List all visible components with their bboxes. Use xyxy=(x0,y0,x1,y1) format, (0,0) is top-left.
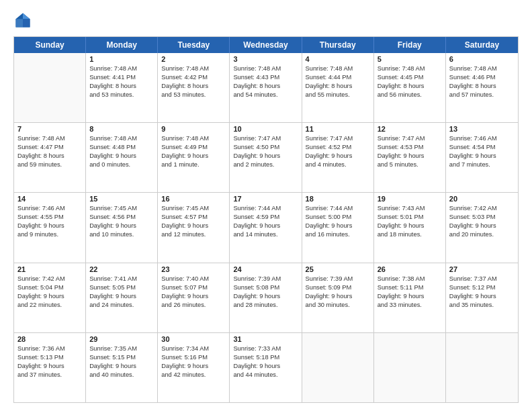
calendar-cell: 3Sunrise: 7:48 AMSunset: 4:43 PMDaylight… xyxy=(230,53,302,122)
day-info: Sunrise: 7:35 AMSunset: 5:15 PMDaylight:… xyxy=(89,345,154,379)
day-info: Sunrise: 7:41 AMSunset: 5:05 PMDaylight:… xyxy=(89,275,154,310)
day-info: Sunrise: 7:48 AMSunset: 4:48 PMDaylight:… xyxy=(89,134,154,169)
day-number: 20 xyxy=(449,195,515,203)
day-number: 17 xyxy=(233,195,298,203)
logo xyxy=(13,11,35,30)
day-info: Sunrise: 7:48 AMSunset: 4:46 PMDaylight:… xyxy=(449,64,515,99)
calendar-cell: 7Sunrise: 7:48 AMSunset: 4:47 PMDaylight… xyxy=(14,123,86,192)
calendar-cell: 30Sunrise: 7:34 AMSunset: 5:16 PMDayligh… xyxy=(158,333,230,402)
calendar-row: 14Sunrise: 7:46 AMSunset: 4:55 PMDayligh… xyxy=(14,193,518,263)
day-number: 4 xyxy=(306,55,370,63)
day-number: 18 xyxy=(306,195,370,203)
svg-marker-2 xyxy=(23,19,30,27)
day-info: Sunrise: 7:45 AMSunset: 4:57 PMDaylight:… xyxy=(161,204,226,239)
calendar-cell: 27Sunrise: 7:37 AMSunset: 5:12 PMDayligh… xyxy=(446,263,518,332)
day-info: Sunrise: 7:46 AMSunset: 4:55 PMDaylight:… xyxy=(17,204,82,239)
day-number: 24 xyxy=(233,265,298,273)
day-info: Sunrise: 7:46 AMSunset: 4:54 PMDaylight:… xyxy=(449,134,515,169)
calendar-cell: 14Sunrise: 7:46 AMSunset: 4:55 PMDayligh… xyxy=(14,193,86,262)
day-info: Sunrise: 7:39 AMSunset: 5:09 PMDaylight:… xyxy=(306,275,370,310)
calendar-header-cell: Monday xyxy=(86,37,158,53)
calendar-header-cell: Tuesday xyxy=(158,37,230,53)
day-number: 1 xyxy=(89,55,154,63)
day-info: Sunrise: 7:38 AMSunset: 5:11 PMDaylight:… xyxy=(378,275,442,310)
day-number: 9 xyxy=(161,125,226,133)
page: SundayMondayTuesdayWednesdayThursdayFrid… xyxy=(0,0,532,411)
calendar-cell: 8Sunrise: 7:48 AMSunset: 4:48 PMDaylight… xyxy=(86,123,158,192)
calendar-header-cell: Sunday xyxy=(14,37,86,53)
calendar-cell: 11Sunrise: 7:47 AMSunset: 4:52 PMDayligh… xyxy=(302,123,374,192)
day-info: Sunrise: 7:47 AMSunset: 4:53 PMDaylight:… xyxy=(378,134,442,169)
calendar-header-cell: Friday xyxy=(374,37,446,53)
header xyxy=(13,11,519,30)
calendar-cell: 5Sunrise: 7:48 AMSunset: 4:45 PMDaylight… xyxy=(374,53,446,122)
calendar-cell: 26Sunrise: 7:38 AMSunset: 5:11 PMDayligh… xyxy=(374,263,446,332)
calendar-cell: 24Sunrise: 7:39 AMSunset: 5:08 PMDayligh… xyxy=(230,263,302,332)
day-info: Sunrise: 7:42 AMSunset: 5:03 PMDaylight:… xyxy=(449,204,515,239)
day-info: Sunrise: 7:44 AMSunset: 5:00 PMDaylight:… xyxy=(306,204,370,239)
calendar-header-cell: Wednesday xyxy=(230,37,302,53)
calendar-cell: 6Sunrise: 7:48 AMSunset: 4:46 PMDaylight… xyxy=(446,53,518,122)
day-number: 3 xyxy=(233,55,298,63)
calendar-row: 1Sunrise: 7:48 AMSunset: 4:41 PMDaylight… xyxy=(14,53,518,123)
day-number: 27 xyxy=(449,265,515,273)
day-number: 16 xyxy=(161,195,226,203)
day-info: Sunrise: 7:37 AMSunset: 5:12 PMDaylight:… xyxy=(449,275,515,310)
calendar-cell: 13Sunrise: 7:46 AMSunset: 4:54 PMDayligh… xyxy=(446,123,518,192)
day-number: 12 xyxy=(378,125,442,133)
day-info: Sunrise: 7:47 AMSunset: 4:50 PMDaylight:… xyxy=(233,134,298,169)
day-number: 19 xyxy=(378,195,442,203)
calendar-header-row: SundayMondayTuesdayWednesdayThursdayFrid… xyxy=(14,37,518,53)
day-number: 13 xyxy=(449,125,515,133)
calendar-cell: 18Sunrise: 7:44 AMSunset: 5:00 PMDayligh… xyxy=(302,193,374,262)
day-info: Sunrise: 7:48 AMSunset: 4:44 PMDaylight:… xyxy=(306,64,370,99)
day-number: 11 xyxy=(306,125,370,133)
day-info: Sunrise: 7:40 AMSunset: 5:07 PMDaylight:… xyxy=(161,275,226,310)
day-number: 14 xyxy=(17,195,82,203)
calendar-cell: 12Sunrise: 7:47 AMSunset: 4:53 PMDayligh… xyxy=(374,123,446,192)
calendar-cell xyxy=(302,333,374,402)
day-number: 23 xyxy=(161,265,226,273)
calendar-cell: 9Sunrise: 7:48 AMSunset: 4:49 PMDaylight… xyxy=(158,123,230,192)
day-info: Sunrise: 7:48 AMSunset: 4:43 PMDaylight:… xyxy=(233,64,298,99)
calendar-cell: 4Sunrise: 7:48 AMSunset: 4:44 PMDaylight… xyxy=(302,53,374,122)
calendar: SundayMondayTuesdayWednesdayThursdayFrid… xyxy=(13,36,519,403)
day-info: Sunrise: 7:42 AMSunset: 5:04 PMDaylight:… xyxy=(17,275,82,310)
calendar-cell: 28Sunrise: 7:36 AMSunset: 5:13 PMDayligh… xyxy=(14,333,86,402)
day-info: Sunrise: 7:47 AMSunset: 4:52 PMDaylight:… xyxy=(306,134,370,169)
day-number: 26 xyxy=(378,265,442,273)
calendar-row: 7Sunrise: 7:48 AMSunset: 4:47 PMDaylight… xyxy=(14,123,518,193)
day-info: Sunrise: 7:39 AMSunset: 5:08 PMDaylight:… xyxy=(233,275,298,310)
day-number: 29 xyxy=(89,335,154,343)
day-number: 10 xyxy=(233,125,298,133)
day-info: Sunrise: 7:48 AMSunset: 4:49 PMDaylight:… xyxy=(161,134,226,169)
day-number: 28 xyxy=(17,335,82,343)
calendar-header-cell: Thursday xyxy=(302,37,374,53)
calendar-cell: 29Sunrise: 7:35 AMSunset: 5:15 PMDayligh… xyxy=(86,333,158,402)
calendar-cell: 23Sunrise: 7:40 AMSunset: 5:07 PMDayligh… xyxy=(158,263,230,332)
day-info: Sunrise: 7:44 AMSunset: 4:59 PMDaylight:… xyxy=(233,204,298,239)
calendar-row: 21Sunrise: 7:42 AMSunset: 5:04 PMDayligh… xyxy=(14,263,518,333)
day-info: Sunrise: 7:36 AMSunset: 5:13 PMDaylight:… xyxy=(17,345,82,379)
calendar-cell: 10Sunrise: 7:47 AMSunset: 4:50 PMDayligh… xyxy=(230,123,302,192)
day-info: Sunrise: 7:45 AMSunset: 4:56 PMDaylight:… xyxy=(89,204,154,239)
calendar-cell xyxy=(374,333,446,402)
day-info: Sunrise: 7:48 AMSunset: 4:42 PMDaylight:… xyxy=(161,64,226,99)
calendar-body: 1Sunrise: 7:48 AMSunset: 4:41 PMDaylight… xyxy=(14,53,518,402)
day-number: 25 xyxy=(306,265,370,273)
day-info: Sunrise: 7:33 AMSunset: 5:18 PMDaylight:… xyxy=(233,345,298,379)
logo-icon xyxy=(13,11,32,30)
day-info: Sunrise: 7:34 AMSunset: 5:16 PMDaylight:… xyxy=(161,345,226,379)
calendar-cell: 17Sunrise: 7:44 AMSunset: 4:59 PMDayligh… xyxy=(230,193,302,262)
calendar-cell: 20Sunrise: 7:42 AMSunset: 5:03 PMDayligh… xyxy=(446,193,518,262)
day-number: 30 xyxy=(161,335,226,343)
calendar-cell xyxy=(14,53,86,122)
calendar-cell: 2Sunrise: 7:48 AMSunset: 4:42 PMDaylight… xyxy=(158,53,230,122)
day-info: Sunrise: 7:43 AMSunset: 5:01 PMDaylight:… xyxy=(378,204,442,239)
day-info: Sunrise: 7:48 AMSunset: 4:45 PMDaylight:… xyxy=(378,64,442,99)
calendar-row: 28Sunrise: 7:36 AMSunset: 5:13 PMDayligh… xyxy=(14,333,518,402)
calendar-header-cell: Saturday xyxy=(446,37,518,53)
day-number: 22 xyxy=(89,265,154,273)
calendar-cell: 22Sunrise: 7:41 AMSunset: 5:05 PMDayligh… xyxy=(86,263,158,332)
calendar-cell: 21Sunrise: 7:42 AMSunset: 5:04 PMDayligh… xyxy=(14,263,86,332)
